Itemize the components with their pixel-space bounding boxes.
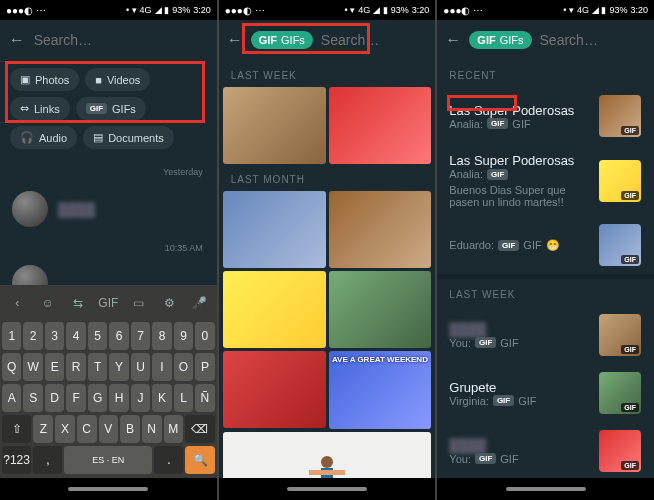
gif-thumbnail[interactable]: [223, 87, 326, 164]
mic-icon[interactable]: 🎤: [189, 293, 209, 313]
gifs-filter-pill[interactable]: GIFGIFs: [251, 31, 313, 49]
key-Z[interactable]: Z: [33, 415, 53, 443]
back-icon[interactable]: ←: [8, 30, 26, 50]
key-H[interactable]: H: [109, 384, 128, 412]
gifs-filter-pill[interactable]: GIFGIFs: [469, 31, 531, 49]
key-T[interactable]: T: [88, 353, 107, 381]
gif-thumbnail[interactable]: [329, 271, 432, 348]
key-G[interactable]: G: [88, 384, 107, 412]
keyboard[interactable]: ‹ ☺ ⇆ GIF ▭ ⚙ 🎤 1234567890 QWERTYUIOP AS…: [0, 285, 217, 478]
chat-row[interactable]: ████: [0, 183, 217, 235]
key-Y[interactable]: Y: [109, 353, 128, 381]
key-V[interactable]: V: [99, 415, 119, 443]
chip-videos[interactable]: ■Videos: [85, 68, 150, 91]
key-L[interactable]: L: [174, 384, 193, 412]
key-B[interactable]: B: [120, 415, 140, 443]
key-D[interactable]: D: [45, 384, 64, 412]
key-search[interactable]: 🔍: [185, 446, 214, 474]
key-5[interactable]: 5: [88, 322, 107, 350]
gif-thumbnail[interactable]: GIF: [599, 95, 641, 137]
key-6[interactable]: 6: [109, 322, 128, 350]
gif-thumbnail[interactable]: [329, 191, 432, 268]
gif-thumbnail[interactable]: [223, 432, 432, 479]
key-I[interactable]: I: [152, 353, 171, 381]
key-O[interactable]: O: [174, 353, 193, 381]
screen-gif-list: ●●●◐⋯ • ▾ 4G ◢ ▮ 93% 3:20 ← GIFGIFs ▦ ✕ …: [437, 0, 654, 500]
result-row[interactable]: Las Super Poderosas Analia: GIF Buenos D…: [437, 145, 654, 216]
gif-kb-icon[interactable]: GIF: [98, 293, 118, 313]
key-M[interactable]: M: [164, 415, 184, 443]
key-0[interactable]: 0: [195, 322, 214, 350]
key-J[interactable]: J: [131, 384, 150, 412]
result-row[interactable]: ████ You: GIF GIF GIF: [437, 306, 654, 364]
key-F[interactable]: F: [66, 384, 85, 412]
translate-icon[interactable]: ⇆: [68, 293, 88, 313]
key-P[interactable]: P: [195, 353, 214, 381]
chip-documents[interactable]: ▤Documents: [83, 126, 174, 149]
result-row[interactable]: Las Super Poderosas Analia: GIF GIF GIF: [437, 87, 654, 145]
key-U[interactable]: U: [131, 353, 150, 381]
gif-thumbnail[interactable]: [329, 87, 432, 164]
key-E[interactable]: E: [45, 353, 64, 381]
kb-row-4: ⇧ZXCVBNM⌫: [2, 415, 215, 443]
sticker-icon[interactable]: ☺: [38, 293, 58, 313]
msg: Buenos Dias Super que pasen un lindo mar…: [449, 184, 588, 208]
gif-thumbnail[interactable]: [223, 191, 326, 268]
result-row[interactable]: Eduardo: GIF GIF 😁 GIF: [437, 216, 654, 274]
key-W[interactable]: W: [23, 353, 42, 381]
key-X[interactable]: X: [55, 415, 75, 443]
key-S[interactable]: S: [23, 384, 42, 412]
key-A[interactable]: A: [2, 384, 21, 412]
key-3[interactable]: 3: [45, 322, 64, 350]
key-R[interactable]: R: [66, 353, 85, 381]
back-icon[interactable]: ←: [227, 30, 243, 50]
back-icon[interactable]: ←: [445, 30, 461, 50]
key-⌫[interactable]: ⌫: [185, 415, 215, 443]
link-icon: ⇔: [20, 102, 29, 115]
result-row[interactable]: Grupete Virginia: GIF GIF GIF: [437, 364, 654, 422]
chip-gifs[interactable]: GIFGIFs: [76, 97, 146, 120]
key-N[interactable]: N: [142, 415, 162, 443]
chat-row[interactable]: [0, 257, 217, 285]
result-row[interactable]: ████ You: GIF GIF GIF: [437, 422, 654, 478]
gif-thumbnail[interactable]: GIF: [599, 314, 641, 356]
clipboard-icon[interactable]: ▭: [129, 293, 149, 313]
gif-thumbnail[interactable]: GIF: [599, 372, 641, 414]
gif-thumbnail[interactable]: GIF: [599, 224, 641, 266]
key-C[interactable]: C: [77, 415, 97, 443]
gif-thumbnail[interactable]: [223, 351, 326, 428]
key-8[interactable]: 8: [152, 322, 171, 350]
key-4[interactable]: 4: [66, 322, 85, 350]
chevron-icon[interactable]: ‹: [7, 293, 27, 313]
key-sym[interactable]: ?123: [2, 446, 31, 474]
search-input[interactable]: [321, 32, 435, 48]
key-1[interactable]: 1: [2, 322, 21, 350]
key-Q[interactable]: Q: [2, 353, 21, 381]
gif-thumbnail[interactable]: GIF: [599, 430, 641, 472]
gif-thumbnail[interactable]: GIF: [599, 160, 641, 202]
key-2[interactable]: 2: [23, 322, 42, 350]
chat-title: Grupete: [449, 380, 588, 395]
gif-tag: GIF: [493, 395, 514, 406]
msg: GIF: [500, 453, 518, 465]
gif-thumbnail[interactable]: AVE A GREAT WEEKEND: [329, 351, 432, 428]
key-dot[interactable]: .: [154, 446, 183, 474]
key-9[interactable]: 9: [174, 322, 193, 350]
search-bar: ← GIFGIFs ≡ ✕: [219, 20, 436, 60]
chip-audio[interactable]: 🎧Audio: [10, 126, 77, 149]
chip-links[interactable]: ⇔Links: [10, 97, 70, 120]
gif-thumbnail[interactable]: [223, 271, 326, 348]
search-input[interactable]: [34, 32, 209, 48]
status-bar: ●●●◐⋯ • ▾ 4G ◢ ▮ 93% 3:20: [437, 0, 654, 20]
search-input[interactable]: [540, 32, 654, 48]
key-space[interactable]: ES · EN: [64, 446, 152, 474]
key-K[interactable]: K: [152, 384, 171, 412]
chat-title: Las Super Poderosas: [449, 103, 588, 118]
key-Ñ[interactable]: Ñ: [195, 384, 214, 412]
settings-icon[interactable]: ⚙: [159, 293, 179, 313]
key-⇧[interactable]: ⇧: [2, 415, 32, 443]
key-7[interactable]: 7: [131, 322, 150, 350]
chat-list[interactable]: Yesterday ████ 10:35 AM 10:01 AM 😆 😂: [0, 157, 217, 285]
key-comma[interactable]: ,: [33, 446, 62, 474]
chip-photos[interactable]: ▣Photos: [10, 68, 79, 91]
